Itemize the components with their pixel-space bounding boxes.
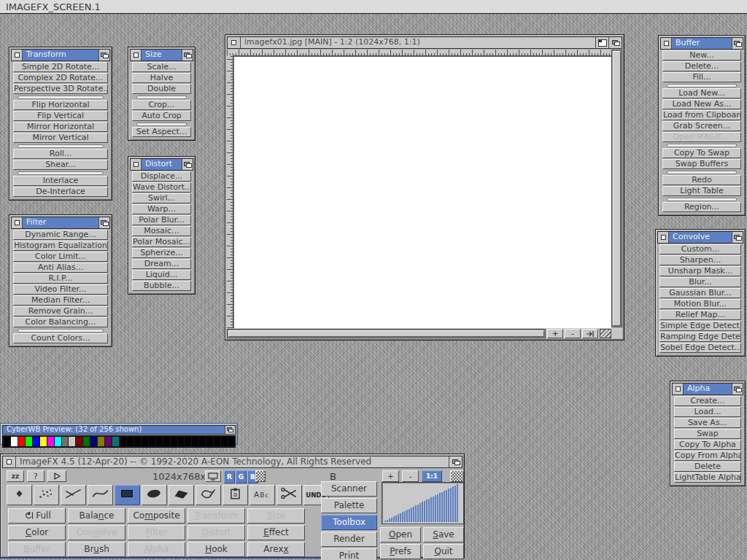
size-crop-button[interactable]: Crop... (132, 100, 191, 110)
help-icon[interactable]: ? (27, 470, 44, 482)
mode-scanner-button[interactable]: Scanner (321, 481, 377, 497)
transform-mirror-horizontal-button[interactable]: Mirror Horizontal (13, 122, 108, 132)
arexx-button[interactable]: Arexx (247, 542, 305, 557)
distort-dream-button[interactable]: Dream... (132, 259, 191, 269)
convolve-gaussian-blur-button[interactable]: Gaussian Blur... (659, 288, 741, 298)
buffer-copy-to-swap-button[interactable]: Copy To Swap (662, 148, 741, 158)
filter-anti-alias-button[interactable]: Anti Alias... (13, 262, 108, 273)
distort-button[interactable]: Distort (187, 525, 245, 540)
run-icon[interactable] (47, 470, 66, 482)
filter-median-filter-button[interactable]: Median Filter... (13, 295, 108, 306)
transform-shear-button[interactable]: Shear... (13, 160, 108, 170)
full-button[interactable]: Full (8, 508, 66, 524)
close-icon[interactable] (3, 456, 16, 467)
buffer-delete-button[interactable]: Delete... (662, 61, 741, 71)
close-icon[interactable] (131, 159, 142, 170)
filter-button[interactable]: Filter (128, 525, 185, 540)
distort-mosaic-button[interactable]: Mosaic... (132, 226, 191, 236)
alpha-swap-button[interactable]: Swap (674, 429, 741, 439)
close-icon[interactable] (228, 37, 241, 48)
transform-perspective-3d-rotate-button[interactable]: Perspective 3D Rotate... (13, 84, 108, 94)
oval-tool[interactable] (142, 485, 167, 505)
pattern-icon[interactable] (450, 470, 464, 482)
palette-swatch[interactable] (33, 437, 39, 446)
depth-icon[interactable] (98, 217, 109, 228)
palette-swatch[interactable] (127, 437, 133, 446)
distort-warp-button[interactable]: Warp... (132, 204, 191, 214)
close-icon[interactable] (12, 217, 23, 228)
alpha-button[interactable]: Alpha (128, 542, 185, 557)
buffer-open-magic-button[interactable]: Open MAGIC... (662, 132, 741, 142)
quit-button[interactable]: Quit (423, 544, 464, 559)
filter-r-i-p-button[interactable]: R.I.P... (13, 273, 108, 284)
depth-icon[interactable] (225, 426, 235, 434)
palette-swatch[interactable] (4, 437, 10, 446)
palette-swatch[interactable] (11, 437, 18, 446)
transform-simple-2d-rotate-button[interactable]: Simple 2D Rotate... (13, 62, 108, 72)
save-button[interactable]: Save (423, 527, 464, 542)
convolve-ramping-edge-detect-button[interactable]: Ramping Edge Detect (659, 332, 741, 342)
buffer-light-table-button[interactable]: Light Table (662, 186, 741, 196)
filter-color-limit-button[interactable]: Color Limit... (13, 252, 108, 262)
size-auto-crop-button[interactable]: Auto Crop (132, 111, 191, 121)
palette-swatch[interactable] (83, 437, 90, 446)
text-tool[interactable]: ABc (249, 485, 275, 505)
screen-mode-icon[interactable] (205, 470, 221, 482)
convolve-motion-blur-button[interactable]: Motion Blur... (659, 299, 741, 309)
mode-print-button[interactable]: Print (321, 548, 377, 560)
close-icon[interactable] (131, 50, 142, 61)
channel-r-button[interactable]: R (224, 470, 235, 483)
distort-bubble-button[interactable]: Bubble... (132, 281, 191, 291)
palette-swatch[interactable] (192, 437, 198, 446)
view-zoom-out-button[interactable]: - (402, 470, 419, 482)
palette-swatch[interactable] (90, 437, 97, 446)
palette-swatch[interactable] (156, 437, 163, 446)
palette-swatch[interactable] (47, 437, 54, 446)
filter-color-balancing-button[interactable]: Color Balancing... (13, 317, 108, 327)
alpha-delete-button[interactable]: Delete (674, 462, 741, 472)
airbrush-tool[interactable] (34, 485, 59, 505)
channel-g-button[interactable]: G (236, 470, 247, 483)
convolve-button[interactable]: Convolve (68, 525, 125, 540)
distort-spherize-button[interactable]: Spherize... (132, 248, 191, 258)
palette-swatch[interactable] (149, 437, 155, 446)
view-zoom-in-button[interactable]: + (382, 470, 399, 482)
palette-swatch[interactable] (228, 437, 235, 446)
prefs-button[interactable]: Prefs (380, 544, 421, 559)
palette-swatch[interactable] (171, 437, 177, 446)
curve-tool[interactable] (88, 485, 113, 505)
distort-wave-distort-button[interactable]: Wave Distort... (132, 182, 191, 192)
transform-button[interactable]: Transform (187, 508, 245, 524)
resize-handle-icon[interactable] (600, 329, 611, 338)
palette-swatch[interactable] (40, 437, 47, 446)
zoom-gadget-icon[interactable] (595, 37, 608, 48)
buffer-load-from-clipboard-button[interactable]: Load from Clipboard (662, 110, 741, 120)
palette-swatch[interactable] (214, 437, 220, 446)
alpha-channel-icon[interactable] (255, 470, 266, 482)
balance-button[interactable]: Balance (68, 508, 125, 524)
palette-swatch[interactable] (55, 437, 61, 446)
palette-swatch[interactable] (76, 437, 82, 446)
depth-icon[interactable] (732, 38, 743, 49)
transform-flip-horizontal-button[interactable]: Flip Horizontal (13, 100, 108, 110)
alpha-lighttable-alpha-button[interactable]: LightTable Alpha (674, 472, 741, 483)
horizontal-scrollbar[interactable] (227, 329, 546, 338)
convolve-custom-button[interactable]: Custom... (659, 244, 741, 254)
convolve-relief-map-button[interactable]: Relief Map... (659, 310, 741, 320)
palette-swatch[interactable] (105, 437, 112, 446)
transform-interlace-button[interactable]: Interlace (13, 176, 108, 186)
zoom-ratio-button[interactable]: 1:1 (422, 470, 442, 482)
pan-arrow-icon[interactable] (582, 329, 598, 338)
depth-icon[interactable] (732, 384, 743, 394)
depth-icon[interactable] (182, 50, 193, 61)
palette-swatch[interactable] (142, 437, 148, 446)
convolve-blur-button[interactable]: Blur... (659, 277, 741, 287)
depth-icon[interactable] (608, 37, 622, 48)
size-button[interactable]: Size (247, 508, 305, 524)
point-tool[interactable] (7, 485, 32, 505)
buffer-new-button[interactable]: New... (662, 50, 741, 61)
distort-polar-mosaic-button[interactable]: Polar Mosaic... (132, 237, 191, 247)
palette-swatch[interactable] (199, 437, 206, 446)
transform-roll-button[interactable]: Roll... (13, 149, 108, 159)
palette-swatch[interactable] (62, 437, 69, 446)
